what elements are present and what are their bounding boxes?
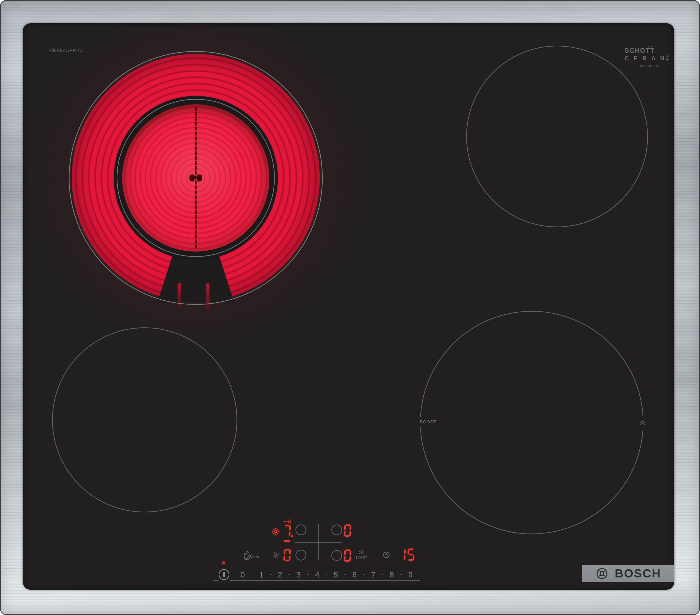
front-right-zone-ring xyxy=(420,311,643,534)
front-right-zone-chevron-patch xyxy=(638,416,648,430)
seven-segment-digit xyxy=(398,549,406,561)
dual-zone-inner-dot xyxy=(274,553,277,556)
timer-transfer-arrow-icon xyxy=(283,518,292,525)
glass-brand-code: 9001608303 xyxy=(636,64,659,68)
dual-zone-indicator-icon xyxy=(273,552,279,558)
slider-separator-dot xyxy=(289,574,290,575)
glass-brand-logo: SCHOTT C E R A N® xyxy=(625,47,666,62)
slider-separator-dot xyxy=(382,574,383,575)
power-level-slider[interactable]: 0123456789 xyxy=(234,568,420,581)
bosch-badge: BOSCH xyxy=(582,565,674,581)
seven-segment-digit xyxy=(407,549,415,561)
front-left-zone-ring xyxy=(52,328,237,512)
rear-right-level-display xyxy=(344,524,351,537)
front-right-zone-select-key[interactable] xyxy=(331,550,342,561)
slider-level-5[interactable]: 5 xyxy=(334,570,338,579)
rear-right-zone-select-key[interactable] xyxy=(331,524,342,535)
zone-divider-horizontal xyxy=(295,542,342,542)
slider-bottom-line xyxy=(234,580,420,581)
slider-separator-dot xyxy=(307,574,309,575)
seven-segment-digit xyxy=(284,525,291,537)
seven-segment-digit xyxy=(344,524,351,537)
glass-brand-line1: SCHOTT xyxy=(625,47,666,54)
boost-chevron-icon xyxy=(358,550,364,554)
selected-zone-dash xyxy=(284,540,290,542)
slider-level-6[interactable]: 6 xyxy=(352,570,357,579)
slider-level-4[interactable]: 4 xyxy=(315,570,320,579)
dual-zone-inner-dot xyxy=(274,530,277,533)
slider-level-9[interactable]: 9 xyxy=(408,570,413,579)
seven-segment-digit xyxy=(284,549,291,561)
power-key[interactable] xyxy=(218,569,229,580)
slider-separator-dot xyxy=(345,574,346,575)
rear-left-zone-select-key[interactable] xyxy=(296,524,306,535)
slider-separator-dot xyxy=(326,574,327,575)
power-icon xyxy=(223,572,225,577)
front-left-zone-select-key[interactable] xyxy=(296,550,306,561)
slider-separator-dot xyxy=(363,574,364,575)
front-left-level-display xyxy=(284,549,290,561)
seven-segment-digit xyxy=(344,550,351,562)
front-right-level-display xyxy=(344,550,351,562)
power-key-frame-dash xyxy=(213,580,218,581)
slider-level-7[interactable]: 7 xyxy=(371,570,375,579)
boost-key[interactable]: BOOST xyxy=(354,550,369,559)
timer-clock-icon[interactable] xyxy=(383,551,390,558)
rear-left-zone-ring xyxy=(69,51,323,305)
registered-mark: ® xyxy=(666,55,668,60)
slider-level-3[interactable]: 3 xyxy=(297,570,301,579)
display-decimal-point xyxy=(291,535,293,537)
front-right-zone-boost-label-patch: BOOST xyxy=(417,417,439,427)
glass-brand-line2: C E R A N® xyxy=(625,55,666,62)
rear-left-level-display xyxy=(284,525,293,537)
slider-separator-dot xyxy=(270,574,271,575)
slider-level-8[interactable]: 8 xyxy=(389,570,394,579)
dual-zone-indicator-icon xyxy=(272,528,279,535)
slider-level-2[interactable]: 2 xyxy=(278,570,282,579)
boost-key-label: BOOST xyxy=(354,556,369,559)
power-key-frame-dash xyxy=(213,568,218,569)
child-lock-key-icon[interactable] xyxy=(250,553,260,559)
slider-top-line xyxy=(234,568,420,569)
bosch-armature-icon xyxy=(596,568,608,579)
rear-right-zone-ring xyxy=(466,46,648,227)
slider-level-1[interactable]: 1 xyxy=(259,570,264,579)
power-on-indicator xyxy=(222,562,225,564)
boost-chevron-icon xyxy=(640,420,646,426)
slider-level-0[interactable]: 0 xyxy=(240,570,245,579)
bosch-wordmark: BOSCH xyxy=(615,567,661,580)
slider-separator-dot xyxy=(401,574,402,575)
hob-frame: PKF645FP2C SCHOTT C E R A N® 9001608303 … xyxy=(0,0,700,615)
timer-display xyxy=(399,549,414,561)
front-right-zone-boost-label: BOOST xyxy=(420,420,436,425)
